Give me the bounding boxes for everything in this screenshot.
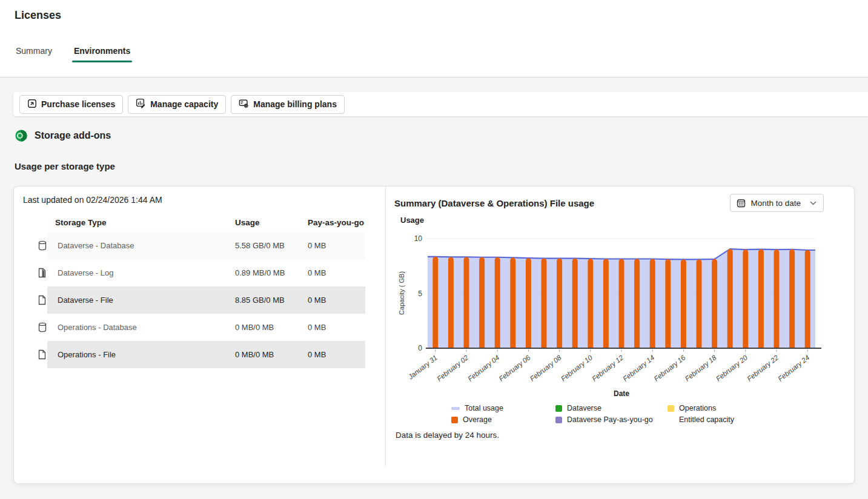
table-row[interactable]: Operations - Database 0 MB/0 MB 0 MB: [14, 314, 385, 341]
svg-text:February 24: February 24: [777, 354, 810, 383]
svg-text:February 22: February 22: [746, 354, 780, 383]
svg-text:February 16: February 16: [652, 354, 687, 383]
table-row[interactable]: Operations - File 0 MB/0 MB 0 MB: [14, 341, 385, 368]
chevron-down-icon: [809, 199, 817, 207]
file-usage-chart-panel: Summary (Dataverse & Operations) File us…: [386, 187, 854, 483]
overage-swatch: [451, 417, 458, 423]
usage-chart-svg: Usage0510January 31February 02February 0…: [394, 213, 824, 404]
tab-summary[interactable]: Summary: [16, 46, 52, 62]
table-row[interactable]: Dataverse - Log 0.89 MB/0 MB 0 MB: [14, 259, 385, 286]
storage-addons-icon: [15, 129, 28, 142]
file-icon: [38, 349, 47, 360]
svg-text:January 31: January 31: [406, 354, 439, 381]
legend-item-total-usage[interactable]: Total usage: [451, 404, 555, 412]
storage-usage-card: Last updated on 02/24/2026 1:44 AM Stora…: [13, 186, 855, 484]
calendar-icon: [737, 199, 746, 208]
storage-type-table: Storage Type Usage Pay-as-you-go Dataver…: [14, 214, 385, 368]
dataverse-payg-swatch: [555, 417, 562, 423]
date-range-value: Month to date: [750, 199, 801, 208]
storage-addons-header: Storage add-ons: [15, 129, 868, 142]
manage-billing-plans-button[interactable]: Manage billing plans: [231, 95, 345, 114]
command-bar: Purchase licenses Manage capacity Manage…: [13, 92, 868, 116]
legend-item-dataverse-payg[interactable]: Dataverse Pay-as-you-go: [555, 415, 668, 424]
svg-text:Capacity ( GB): Capacity ( GB): [398, 271, 405, 315]
tab-environments[interactable]: Environments: [74, 46, 130, 62]
svg-text:February 20: February 20: [715, 354, 749, 383]
billing-gear-icon: [239, 98, 249, 110]
svg-text:February 12: February 12: [591, 354, 625, 383]
legend-item-overage[interactable]: Overage: [451, 415, 555, 424]
svg-text:Date: Date: [614, 389, 629, 398]
purchase-licenses-button[interactable]: Purchase licenses: [19, 95, 123, 114]
manage-capacity-button[interactable]: Manage capacity: [128, 95, 226, 114]
svg-text:10: 10: [414, 234, 423, 243]
database-icon: [38, 240, 47, 251]
dataverse-swatch: [555, 405, 562, 412]
chart-header: Summary (Dataverse & Operations) File us…: [394, 194, 844, 212]
data-delay-note: Data is delayed by 24 hours.: [396, 431, 844, 440]
operations-swatch: [668, 405, 674, 412]
chart-legend: Total usage Overage Dataverse Dataverse …: [451, 404, 844, 424]
svg-text:Usage: Usage: [400, 216, 424, 225]
table-row[interactable]: Dataverse - Database 5.58 GB/0 MB 0 MB: [14, 232, 385, 259]
chart-title: Summary (Dataverse & Operations) File us…: [394, 198, 594, 208]
table-row[interactable]: Dataverse - File 8.85 GB/0 MB 0 MB: [14, 286, 385, 314]
svg-text:0: 0: [418, 344, 422, 352]
svg-text:February 06: February 06: [497, 354, 532, 383]
page-title: Licenses: [0, 0, 868, 22]
chart-edit-icon: [136, 98, 146, 110]
database-icon: [38, 322, 47, 332]
file-icon: [38, 295, 47, 305]
log-file-icon: [38, 268, 47, 278]
storage-addons-title: Storage add-ons: [35, 130, 111, 141]
legend-item-operations[interactable]: Operations: [668, 404, 734, 412]
usage-per-storage-type-heading: Usage per storage type: [15, 161, 868, 171]
svg-text:February 14: February 14: [621, 354, 655, 383]
page-header: Licenses Summary Environments: [0, 0, 868, 78]
total-usage-swatch: [451, 407, 460, 410]
storage-type-panel: Last updated on 02/24/2026 1:44 AM Stora…: [14, 187, 386, 466]
svg-text:February 04: February 04: [466, 354, 500, 383]
svg-text:5: 5: [418, 289, 422, 298]
svg-text:February 18: February 18: [684, 354, 718, 383]
column-header-usage: Usage: [235, 218, 297, 227]
legend-item-dataverse[interactable]: Dataverse: [555, 404, 668, 412]
column-header-storage-type: Storage Type: [55, 218, 140, 227]
open-in-new-icon: [27, 99, 37, 110]
svg-text:February 08: February 08: [529, 354, 563, 383]
svg-text:February 10: February 10: [560, 354, 594, 383]
column-header-payg: Pay-as-you-go: [308, 218, 365, 227]
date-range-dropdown[interactable]: Month to date: [730, 194, 824, 212]
tab-bar: Summary Environments: [16, 46, 868, 62]
legend-item-entitled-capacity[interactable]: Entitled capacity: [668, 415, 734, 424]
last-updated-text: Last updated on 02/24/2026 1:44 AM: [23, 195, 385, 205]
svg-text:February 02: February 02: [436, 354, 470, 383]
table-header-row: Storage Type Usage Pay-as-you-go: [14, 214, 385, 231]
